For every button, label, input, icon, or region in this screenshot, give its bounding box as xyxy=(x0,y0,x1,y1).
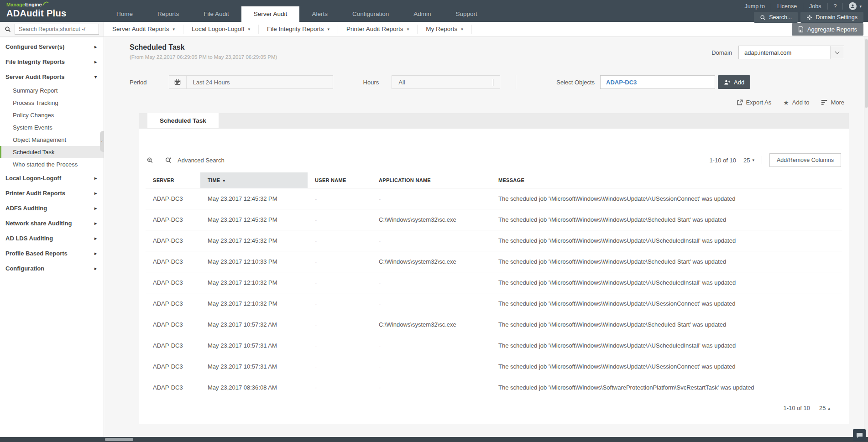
cell-user: - xyxy=(308,377,371,398)
report-tabstrip: Scheduled Task xyxy=(139,113,849,129)
nav-tab-admin[interactable]: Admin xyxy=(401,6,443,22)
sidebar-item-object-management[interactable]: Object Management xyxy=(0,134,104,146)
sidebar-item-process-tracking[interactable]: Process Tracking xyxy=(0,97,104,109)
quick-search-icon[interactable] xyxy=(146,157,153,164)
nav-tab-server-audit[interactable]: Server Audit xyxy=(241,6,300,22)
sidebar-item-profile-based-reports[interactable]: Profile Based Reports▸ xyxy=(0,246,104,261)
export-as-label: Export As xyxy=(746,99,772,106)
main-content: Scheduled Task (From May 22,2017 06:29:0… xyxy=(105,37,868,437)
chevron-down-icon: ▾ xyxy=(248,27,250,31)
table-footer: 1-10 of 10 25 ▴ xyxy=(146,398,842,420)
cell-app: C:\Windows\system32\sc.exe xyxy=(371,209,491,230)
utility-jobs[interactable]: Jobs xyxy=(803,3,827,10)
sidebar-item-printer-audit-reports[interactable]: Printer Audit Reports▸ xyxy=(0,186,104,201)
cell-app: C:\Windows\system32\sc.exe xyxy=(371,251,491,272)
chevron-up-icon: ▴ xyxy=(828,406,830,411)
sidebar-item-configured-server-s[interactable]: Configured Server(s)▸ xyxy=(0,39,104,54)
sidebar-item-policy-changes[interactable]: Policy Changes xyxy=(0,109,104,121)
column-header-application-name[interactable]: APPLICATION NAME xyxy=(371,172,491,188)
horizontal-scrollbar[interactable] xyxy=(0,437,868,442)
cell-server: ADAP-DC3 xyxy=(146,188,200,209)
search-button[interactable]: Search... xyxy=(754,12,798,23)
scrollbar-thumb[interactable] xyxy=(105,438,133,441)
sidebar-item-local-logon-logoff[interactable]: Local Logon-Logoff▸ xyxy=(0,171,104,186)
domain-select[interactable]: adap.internal.com xyxy=(738,46,844,59)
column-header-time[interactable]: TIME▾ xyxy=(200,172,308,188)
cell-server: ADAP-DC3 xyxy=(146,314,200,335)
utility-[interactable]: ? xyxy=(828,3,843,10)
sidebar-item-summary-report[interactable]: Summary Report xyxy=(0,84,104,97)
sidebar-item-adfs-auditing[interactable]: ADFS Auditing▸ xyxy=(0,201,104,216)
pagination-range: 1-10 of 10 xyxy=(709,157,736,164)
logo-engine-text: Engine xyxy=(25,2,42,8)
sidebar: Configured Server(s)▸File Integrity Repo… xyxy=(0,37,104,437)
cell-message: The scheduled job '\Microsoft\Windows\Wi… xyxy=(491,314,842,335)
column-label: USER NAME xyxy=(315,177,346,183)
page-size-value: 25 xyxy=(743,157,750,164)
sidebar-item-label: ADFS Auditing xyxy=(5,205,47,212)
cell-message: The scheduled job '\Microsoft\Windows\Wi… xyxy=(491,272,842,293)
column-label: SERVER xyxy=(153,177,174,183)
sidebar-collapse-handle[interactable]: ‹ xyxy=(100,131,104,152)
cell-app: - xyxy=(371,377,491,398)
sidebar-item-who-started-the-process[interactable]: Who started the Process xyxy=(0,158,104,171)
utility-jump-to[interactable]: Jump to xyxy=(739,3,771,10)
column-header-message[interactable]: MESSAGE xyxy=(491,172,842,188)
support-chat-button[interactable] xyxy=(853,429,866,441)
sidebar-item-system-events[interactable]: System Events xyxy=(0,121,104,134)
table-toolbar: Advanced Search 1-10 of 10 25 ▾ Add/Remo… xyxy=(146,129,842,172)
report-menus: Server Audit Reports▾Local Logon-Logoff▾… xyxy=(104,22,472,36)
advanced-search-label[interactable]: Advanced Search xyxy=(178,157,225,164)
menu-file-integrity-reports[interactable]: File Integrity Reports▾ xyxy=(259,25,338,34)
tab-scheduled-task[interactable]: Scheduled Task xyxy=(147,113,219,128)
add-object-button[interactable]: Add xyxy=(718,75,750,89)
menu-server-audit-reports[interactable]: Server Audit Reports▾ xyxy=(104,25,183,34)
select-objects-input[interactable]: ADAP-DC3 xyxy=(600,75,715,89)
menu-my-reports[interactable]: My Reports▾ xyxy=(418,25,472,34)
page-size-select[interactable]: 25 ▾ xyxy=(743,157,754,164)
user-menu[interactable]: ▾ xyxy=(843,2,863,10)
sidebar-item-configuration[interactable]: Configuration▸ xyxy=(0,261,104,276)
export-as-button[interactable]: Export As xyxy=(737,99,772,106)
sidebar-item-ad-lds-auditing[interactable]: AD LDS Auditing▸ xyxy=(0,231,104,246)
header-right: Jump toLicenseJobs? ▾ Search... Domain S… xyxy=(739,0,868,22)
chevron-down-icon xyxy=(830,46,844,59)
report-search-input[interactable] xyxy=(15,24,99,35)
add-to-button[interactable]: ★ Add to xyxy=(783,99,809,106)
pagination-range: 1-10 of 10 xyxy=(783,405,810,411)
cell-app: - xyxy=(371,335,491,356)
scrollbar-thumb[interactable] xyxy=(865,39,868,108)
cell-user: - xyxy=(308,209,371,230)
chevron-right-icon: ▸ xyxy=(94,206,97,211)
domain-settings-button[interactable]: Domain Settings xyxy=(800,12,863,23)
nav-tab-configuration[interactable]: Configuration xyxy=(340,6,401,22)
nav-tab-home[interactable]: Home xyxy=(104,6,145,22)
column-header-user-name[interactable]: USER NAME xyxy=(308,172,371,188)
sidebar-item-scheduled-task[interactable]: Scheduled Task xyxy=(0,146,104,158)
period-picker[interactable]: Last 24 Hours xyxy=(169,75,333,89)
add-remove-columns-button[interactable]: Add/Remove Columns xyxy=(769,153,841,167)
vertical-scrollbar[interactable] xyxy=(864,37,868,437)
aggregate-reports-icon xyxy=(798,26,804,32)
menu-printer-audit-reports[interactable]: Printer Audit Reports▾ xyxy=(338,25,418,34)
advanced-search-icon[interactable] xyxy=(165,157,172,164)
nav-tab-alerts[interactable]: Alerts xyxy=(299,6,340,22)
nav-tab-file-audit[interactable]: File Audit xyxy=(191,6,241,22)
page-size-select[interactable]: 25 ▴ xyxy=(819,405,830,411)
sidebar-item-server-audit-reports[interactable]: Server Audit Reports▾ xyxy=(0,69,104,84)
sidebar-item-network-share-auditing[interactable]: Network share Auditing▸ xyxy=(0,216,104,231)
more-button[interactable]: More xyxy=(821,99,844,106)
nav-tab-support[interactable]: Support xyxy=(443,6,489,22)
sidebar-item-file-integrity-reports[interactable]: File Integrity Reports▸ xyxy=(0,54,104,69)
cell-user: - xyxy=(308,314,371,335)
sidebar-item-label: Printer Audit Reports xyxy=(5,190,65,197)
aggregate-reports-button[interactable]: Aggregate Reports xyxy=(792,23,863,36)
menu-local-logon-logoff[interactable]: Local Logon-Logoff▾ xyxy=(183,25,259,34)
hours-select[interactable]: All xyxy=(392,75,500,89)
cell-user: - xyxy=(308,356,371,377)
column-header-server[interactable]: SERVER xyxy=(146,172,200,188)
utility-license[interactable]: License xyxy=(771,3,803,10)
nav-tab-reports[interactable]: Reports xyxy=(145,6,191,22)
selected-object: ADAP-DC3 xyxy=(606,79,637,86)
sidebar-item-label: Network share Auditing xyxy=(5,220,72,227)
